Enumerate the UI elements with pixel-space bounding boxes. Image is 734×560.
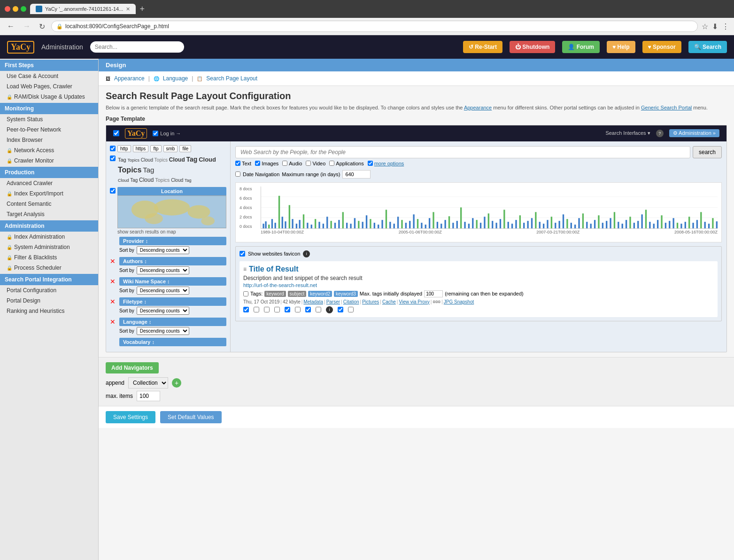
result-cb-6[interactable] bbox=[295, 307, 301, 312]
authors-cross-icon[interactable]: ✕ bbox=[110, 257, 117, 265]
sidebar-item-index-browser[interactable]: Index Browser bbox=[0, 135, 98, 145]
opt-text[interactable]: Text bbox=[235, 161, 251, 166]
restart-button[interactable]: ↺ Re-Start bbox=[463, 41, 502, 53]
header-search-input[interactable] bbox=[90, 41, 184, 53]
sidebar-item-target-analysis[interactable]: Target Analysis bbox=[0, 209, 98, 219]
more-options-link[interactable]: more options bbox=[374, 161, 404, 166]
append-add-button[interactable]: + bbox=[172, 378, 181, 388]
date-nav-input[interactable] bbox=[342, 170, 371, 179]
preview-search-interfaces[interactable]: Search Interfaces ▾ bbox=[605, 130, 650, 136]
add-tab-button[interactable]: + bbox=[139, 4, 145, 14]
location-checkbox[interactable] bbox=[110, 188, 116, 194]
info-icon[interactable]: i bbox=[303, 250, 310, 257]
cache-link[interactable]: Cache bbox=[382, 299, 396, 304]
sidebar-item-index-admin[interactable]: 🔒 Index Administration bbox=[0, 232, 98, 242]
set-default-button[interactable]: Set Default Values bbox=[160, 411, 222, 423]
preview-search-btn[interactable]: search bbox=[693, 146, 722, 158]
authors-sort-select[interactable]: Descending counts bbox=[137, 266, 189, 274]
smb-button[interactable]: smb bbox=[163, 145, 178, 152]
opt-more[interactable]: more options bbox=[368, 161, 404, 166]
preview-login[interactable]: Log in → bbox=[153, 131, 181, 136]
opt-images[interactable]: Images bbox=[255, 161, 278, 166]
minimize-dot[interactable] bbox=[13, 6, 18, 12]
text-checkbox[interactable] bbox=[235, 161, 240, 166]
preview-login-checkbox[interactable] bbox=[153, 131, 158, 136]
protocol-checkbox[interactable] bbox=[110, 146, 116, 151]
sidebar-item-crawler-monitor[interactable]: 🔒 Crawler Monitor bbox=[0, 156, 98, 166]
preview-admin-btn[interactable]: ⚙ Administration » bbox=[669, 129, 719, 137]
sidebar-item-ram-disk[interactable]: 🔒 RAM/Disk Usage & Updates bbox=[0, 92, 98, 102]
preview-help-btn[interactable]: ? bbox=[656, 130, 664, 137]
result-url[interactable]: http://url-of-the-search-result.net bbox=[243, 282, 714, 288]
sidebar-item-system-admin[interactable]: 🔒 System Administration bbox=[0, 242, 98, 252]
favicon-checkbox[interactable] bbox=[240, 251, 245, 257]
sidebar-item-portal-design[interactable]: Portal Design bbox=[0, 296, 98, 306]
date-nav-checkbox[interactable] bbox=[235, 171, 240, 177]
result-cb-4[interactable] bbox=[274, 307, 280, 312]
save-settings-button[interactable]: Save Settings bbox=[106, 411, 155, 423]
sidebar-item-scheduler[interactable]: 🔒 Process Scheduler bbox=[0, 263, 98, 273]
sponsor-button[interactable]: ♥ Sponsor bbox=[642, 41, 681, 53]
sidebar-item-portal-config[interactable]: Portal Configuration bbox=[0, 285, 98, 296]
applications-checkbox[interactable] bbox=[329, 161, 334, 166]
forward-button[interactable]: → bbox=[21, 21, 33, 31]
result-cb-5[interactable] bbox=[285, 307, 290, 312]
language-sort-select[interactable]: Descending counts bbox=[137, 327, 189, 335]
tag-cloud-checkbox[interactable] bbox=[110, 156, 116, 161]
breadcrumb-appearance[interactable]: Appearance bbox=[114, 75, 145, 82]
citation-link[interactable]: Citation bbox=[343, 299, 359, 304]
sidebar-item-content-semantic[interactable]: Content Semantic bbox=[0, 199, 98, 209]
tags-checkbox[interactable] bbox=[243, 291, 248, 296]
video-checkbox[interactable] bbox=[306, 161, 311, 166]
wiki-sort-select[interactable]: Descending counts bbox=[137, 287, 189, 295]
result-title-text[interactable]: Title of Result bbox=[249, 265, 299, 273]
opt-applications[interactable]: Applications bbox=[329, 161, 363, 166]
opt-audio[interactable]: Audio bbox=[282, 161, 302, 166]
appearance-link[interactable]: Appearance bbox=[464, 105, 492, 110]
max-tags-input[interactable] bbox=[424, 290, 443, 297]
wiki-cross-icon[interactable]: ✕ bbox=[110, 278, 117, 285]
sidebar-item-filter[interactable]: 🔒 Filter & Blacklists bbox=[0, 252, 98, 263]
breadcrumb-language[interactable]: Language bbox=[163, 75, 188, 82]
https-button[interactable]: https bbox=[133, 145, 149, 152]
close-dot[interactable] bbox=[5, 6, 10, 12]
file-button[interactable]: file bbox=[179, 145, 191, 152]
sidebar-item-network-access[interactable]: 🔒 Network Access bbox=[0, 145, 98, 156]
result-info-icon[interactable]: i bbox=[326, 306, 333, 313]
metadata-link[interactable]: Metadata bbox=[303, 299, 323, 304]
result-cb-1[interactable] bbox=[243, 307, 249, 312]
pictures-link[interactable]: Pictures bbox=[362, 299, 379, 304]
browser-tab[interactable]: YaCy '_.anonxmfe-74101261-14... ✕ bbox=[30, 4, 136, 14]
jpg-snapshot-link[interactable]: JPG Snapshot bbox=[444, 299, 474, 304]
refresh-button[interactable]: ↻ bbox=[37, 21, 47, 32]
url-bar[interactable]: 🔒 localhost:8090/ConfigSearchPage_p.html bbox=[51, 21, 698, 32]
download-icon[interactable]: ⬇ bbox=[712, 22, 718, 31]
result-cb-3[interactable] bbox=[264, 307, 270, 312]
result-cb-10[interactable] bbox=[348, 307, 354, 312]
back-button[interactable]: ← bbox=[5, 21, 17, 31]
settings-icon[interactable]: ⋮ bbox=[722, 22, 729, 31]
images-checkbox[interactable] bbox=[255, 161, 260, 166]
sidebar-item-system-status[interactable]: System Status bbox=[0, 114, 98, 124]
tab-close-icon[interactable]: ✕ bbox=[126, 6, 130, 12]
more-checkbox[interactable] bbox=[368, 161, 373, 166]
collection-select[interactable]: Collection bbox=[128, 377, 168, 389]
maximize-dot[interactable] bbox=[21, 6, 26, 12]
filetype-cross-icon[interactable]: ✕ bbox=[110, 298, 117, 305]
sidebar-item-advanced-crawler[interactable]: Advanced Crawler bbox=[0, 178, 98, 188]
sidebar-item-load-web[interactable]: Load Web Pages, Crawler bbox=[0, 81, 98, 92]
max-items-input[interactable] bbox=[137, 391, 160, 401]
sidebar-item-index-export[interactable]: 🔒 Index Export/Import bbox=[0, 188, 98, 199]
forum-button[interactable]: 👤 Forum bbox=[562, 41, 600, 53]
ftp-button[interactable]: ftp bbox=[150, 145, 161, 152]
provider-sort-select[interactable]: Descending counts bbox=[137, 246, 189, 254]
preview-header-checkbox[interactable] bbox=[113, 130, 119, 136]
add-navigators-button[interactable]: Add Navigators bbox=[106, 362, 159, 373]
result-cb-8[interactable] bbox=[316, 307, 321, 312]
http-button[interactable]: http bbox=[117, 145, 131, 152]
preview-search-box[interactable] bbox=[235, 146, 690, 158]
proxy-link[interactable]: View via Proxy bbox=[399, 299, 429, 304]
parser-link[interactable]: Parser bbox=[326, 299, 340, 304]
header-search-box[interactable] bbox=[90, 41, 184, 53]
opt-video[interactable]: Video bbox=[306, 161, 325, 166]
